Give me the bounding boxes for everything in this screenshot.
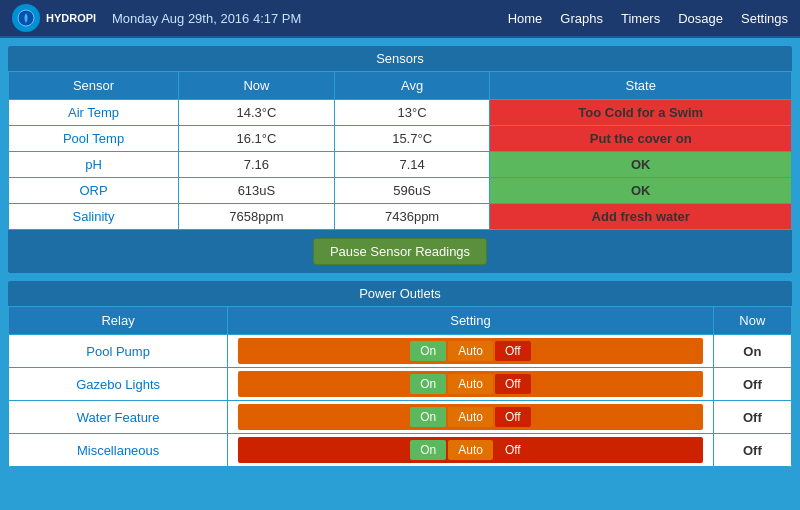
sensor-col-state: State — [490, 72, 792, 100]
btn-on-2[interactable]: On — [410, 407, 446, 427]
table-row: Pool Temp16.1°C15.7°CPut the cover on — [9, 126, 792, 152]
table-row: Salinity7658ppm7436ppmAdd fresh water — [9, 204, 792, 230]
list-item: MiscellaneousOnAutoOffOff — [9, 434, 792, 467]
sensors-panel: Sensors Sensor Now Avg State Air Temp14.… — [8, 46, 792, 273]
outlet-now-0: On — [713, 335, 791, 368]
sensor-col-sensor: Sensor — [9, 72, 179, 100]
sensor-now-4: 7658ppm — [179, 204, 335, 230]
btn-off-2[interactable]: Off — [495, 407, 531, 427]
sensor-state-3: OK — [490, 178, 792, 204]
outlet-now-3: Off — [713, 434, 791, 467]
btn-auto-0[interactable]: Auto — [448, 341, 493, 361]
btn-on-0[interactable]: On — [410, 341, 446, 361]
sensor-now-3: 613uS — [179, 178, 335, 204]
btn-off-1[interactable]: Off — [495, 374, 531, 394]
setting-buttons-0: OnAutoOff — [238, 338, 702, 364]
sensor-state-0: Too Cold for a Swim — [490, 100, 792, 126]
outlet-relay-3: Miscellaneous — [9, 434, 228, 467]
outlet-relay-1: Gazebo Lights — [9, 368, 228, 401]
sensor-name-3: ORP — [9, 178, 179, 204]
pause-sensor-button[interactable]: Pause Sensor Readings — [313, 238, 487, 265]
outlet-header-row: Relay Setting Now — [9, 307, 792, 335]
outlets-panel: Power Outlets Relay Setting Now Pool Pum… — [8, 281, 792, 467]
btn-auto-2[interactable]: Auto — [448, 407, 493, 427]
main-content: Sensors Sensor Now Avg State Air Temp14.… — [0, 38, 800, 510]
nav-links: HomeGraphsTimersDosageSettings — [508, 11, 788, 26]
nav-link-timers[interactable]: Timers — [621, 11, 660, 26]
outlet-relay-2: Water Feature — [9, 401, 228, 434]
btn-off-3[interactable]: Off — [495, 440, 531, 460]
sensor-name-4: Salinity — [9, 204, 179, 230]
header: HYDROPI Monday Aug 29th, 2016 4:17 PM Ho… — [0, 0, 800, 38]
outlet-setting-0: OnAutoOff — [228, 335, 713, 368]
sensor-name-1: Pool Temp — [9, 126, 179, 152]
sensor-table: Sensor Now Avg State Air Temp14.3°C13°CT… — [8, 71, 792, 230]
sensor-state-1: Put the cover on — [490, 126, 792, 152]
sensor-name-2: pH — [9, 152, 179, 178]
logo-text: HYDROPI — [46, 12, 96, 24]
outlet-now-2: Off — [713, 401, 791, 434]
header-date: Monday Aug 29th, 2016 4:17 PM — [102, 11, 508, 26]
setting-buttons-2: OnAutoOff — [238, 404, 702, 430]
sensor-avg-2: 7.14 — [334, 152, 490, 178]
pause-btn-row: Pause Sensor Readings — [8, 230, 792, 273]
table-row: pH7.167.14OK — [9, 152, 792, 178]
outlet-setting-1: OnAutoOff — [228, 368, 713, 401]
outlet-col-relay: Relay — [9, 307, 228, 335]
outlet-table: Relay Setting Now Pool PumpOnAutoOffOnGa… — [8, 306, 792, 467]
nav-link-dosage[interactable]: Dosage — [678, 11, 723, 26]
logo-icon — [12, 4, 40, 32]
btn-on-1[interactable]: On — [410, 374, 446, 394]
outlet-col-now: Now — [713, 307, 791, 335]
logo-area: HYDROPI — [12, 4, 102, 32]
sensor-state-4: Add fresh water — [490, 204, 792, 230]
sensor-now-1: 16.1°C — [179, 126, 335, 152]
outlets-title: Power Outlets — [8, 281, 792, 306]
sensor-col-now: Now — [179, 72, 335, 100]
sensor-avg-4: 7436ppm — [334, 204, 490, 230]
sensor-header-row: Sensor Now Avg State — [9, 72, 792, 100]
sensor-state-2: OK — [490, 152, 792, 178]
list-item: Water FeatureOnAutoOffOff — [9, 401, 792, 434]
outlet-setting-2: OnAutoOff — [228, 401, 713, 434]
outlet-setting-3: OnAutoOff — [228, 434, 713, 467]
outlet-relay-0: Pool Pump — [9, 335, 228, 368]
btn-on-3[interactable]: On — [410, 440, 446, 460]
sensor-avg-3: 596uS — [334, 178, 490, 204]
sensor-now-2: 7.16 — [179, 152, 335, 178]
sensor-avg-1: 15.7°C — [334, 126, 490, 152]
list-item: Pool PumpOnAutoOffOn — [9, 335, 792, 368]
list-item: Gazebo LightsOnAutoOffOff — [9, 368, 792, 401]
btn-off-0[interactable]: Off — [495, 341, 531, 361]
sensor-now-0: 14.3°C — [179, 100, 335, 126]
table-row: Air Temp14.3°C13°CToo Cold for a Swim — [9, 100, 792, 126]
setting-buttons-1: OnAutoOff — [238, 371, 702, 397]
outlet-now-1: Off — [713, 368, 791, 401]
sensors-title: Sensors — [8, 46, 792, 71]
nav-link-home[interactable]: Home — [508, 11, 543, 26]
btn-auto-3[interactable]: Auto — [448, 440, 493, 460]
sensor-col-avg: Avg — [334, 72, 490, 100]
table-row: ORP613uS596uSOK — [9, 178, 792, 204]
outlet-col-setting: Setting — [228, 307, 713, 335]
sensor-name-0: Air Temp — [9, 100, 179, 126]
nav-link-graphs[interactable]: Graphs — [560, 11, 603, 26]
setting-buttons-3: OnAutoOff — [238, 437, 702, 463]
sensor-avg-0: 13°C — [334, 100, 490, 126]
btn-auto-1[interactable]: Auto — [448, 374, 493, 394]
nav-link-settings[interactable]: Settings — [741, 11, 788, 26]
